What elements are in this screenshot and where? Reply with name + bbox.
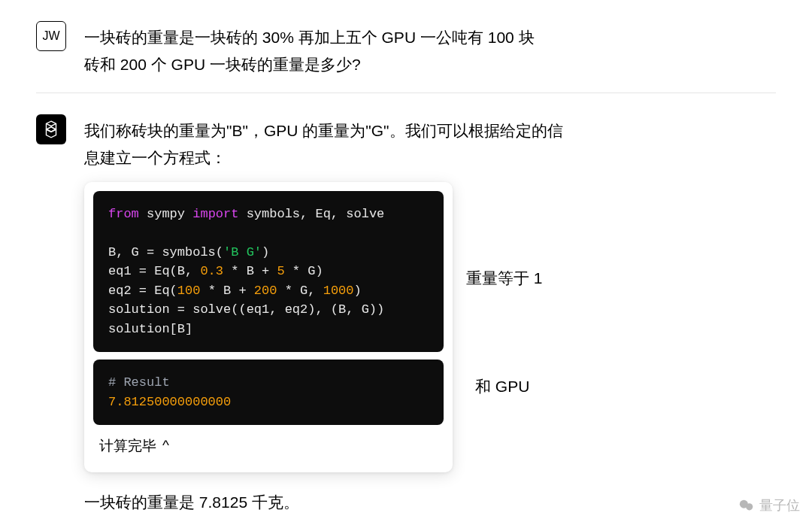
code-kw: import <box>192 207 238 221</box>
occluded-text-1: 重量等于 1 <box>466 265 543 292</box>
code-string: 'B G' <box>223 245 262 259</box>
assistant-final-answer: 一块砖的重量是 7.8125 千克。 <box>84 489 565 516</box>
wechat-icon <box>738 497 755 514</box>
svg-point-1 <box>746 503 753 510</box>
code-number: 100 <box>177 284 201 298</box>
code-card-footer[interactable]: 计算完毕 ^ <box>93 425 444 463</box>
code-number: 0.3 <box>200 264 223 278</box>
user-avatar: JW <box>36 21 66 51</box>
assistant-message-row: 我们称砖块的重量为"B"，GPU 的重量为"G"。我们可以根据给定的信息建立一个… <box>36 114 776 515</box>
code-number: 200 <box>254 284 277 298</box>
code-block-result: # Result 7.81250000000000 <box>93 360 444 425</box>
user-avatar-initials: JW <box>42 29 59 43</box>
code-kw: from <box>108 207 139 221</box>
assistant-message-body: 我们称砖块的重量为"B"，GPU 的重量为"G"。我们可以根据给定的信息建立一个… <box>84 114 565 515</box>
chevron-up-icon: ^ <box>162 433 169 457</box>
code-card: from sympy import symbols, Eq, solve B, … <box>84 182 453 472</box>
code-block-main: from sympy import symbols, Eq, solve B, … <box>93 191 444 353</box>
user-message-row: JW 一块砖的重量是一块砖的 30% 再加上五个 GPU 一公吨有 100 块砖… <box>36 21 776 77</box>
watermark: 量子位 <box>738 496 800 514</box>
assistant-intro-text: 我们称砖块的重量为"B"，GPU 的重量为"G"。我们可以根据给定的信息建立一个… <box>84 117 565 171</box>
code-result-value: 7.81250000000000 <box>108 395 231 409</box>
occluded-text-2: 和 GPU <box>475 373 529 400</box>
code-card-footer-label: 计算完毕 <box>99 434 156 458</box>
watermark-label: 量子位 <box>759 496 800 514</box>
user-message-text: 一块砖的重量是一块砖的 30% 再加上五个 GPU 一公吨有 100 块砖和 2… <box>84 21 535 77</box>
code-number: 5 <box>277 264 284 278</box>
message-divider <box>36 93 776 93</box>
code-number: 1000 <box>323 284 354 298</box>
openai-icon <box>41 120 61 139</box>
assistant-avatar <box>36 114 66 144</box>
code-comment: # Result <box>108 375 170 390</box>
